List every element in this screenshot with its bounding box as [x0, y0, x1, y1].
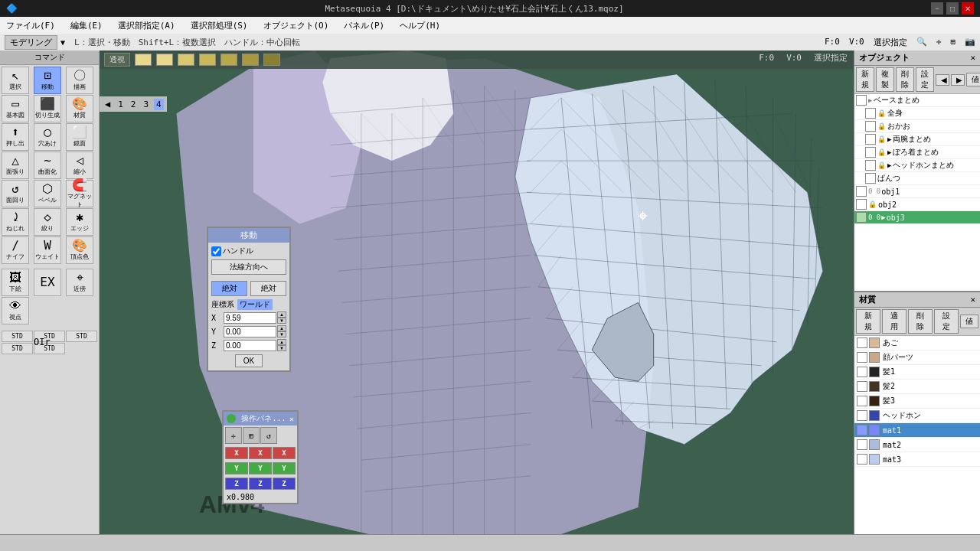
- mat-check-hair3[interactable]: [857, 396, 867, 406]
- tool-edge[interactable]: ✱ エッジ: [66, 208, 93, 236]
- tool-env-ex[interactable]: EX: [34, 269, 61, 296]
- obj-check-obj1[interactable]: [856, 186, 867, 197]
- obj-item-obj1[interactable]: 0 0 obj1: [854, 185, 980, 198]
- mat-check-mat3[interactable]: [857, 454, 867, 465]
- mat-item-face-parts[interactable]: 顔パーツ: [854, 350, 980, 365]
- tool-select[interactable]: ↖ 選択: [2, 67, 29, 94]
- obj-delete-button[interactable]: 削除: [896, 67, 914, 92]
- obj-check-boro[interactable]: [865, 147, 876, 158]
- tool-material[interactable]: 🎨 材質: [66, 95, 93, 122]
- color-swatch-6[interactable]: [242, 54, 259, 66]
- obj-item-face[interactable]: 🔒 おかお: [854, 120, 980, 133]
- op-z-blue3[interactable]: Z: [273, 478, 296, 490]
- tool-knife[interactable]: ∕ ナイフ: [2, 236, 29, 264]
- op-scale-icon[interactable]: ⊞: [243, 427, 260, 444]
- mat-item-hair2[interactable]: 髪2: [854, 380, 980, 394]
- tool-magnet[interactable]: 🧲 マグネット: [66, 180, 93, 207]
- color-swatch-3[interactable]: [178, 54, 194, 66]
- obj-next-button[interactable]: ▶: [951, 74, 965, 86]
- menu-object[interactable]: オブジェクト(O): [260, 18, 332, 33]
- obj-check-obj2[interactable]: [856, 199, 867, 210]
- op-y-green2[interactable]: Y: [249, 462, 272, 474]
- mat-new-button[interactable]: 新規: [856, 309, 880, 334]
- tool-extrude[interactable]: ⬆ 押し出: [2, 123, 29, 151]
- tool-primitive[interactable]: ▭ 基本図: [2, 95, 29, 122]
- vp-num-2[interactable]: 2: [129, 99, 139, 110]
- obj-item-headphone-group[interactable]: 🔒 ▶ ヘッドホンまとめ: [854, 159, 980, 172]
- mode-button[interactable]: モデリング: [5, 35, 57, 50]
- camera-icon[interactable]: 📷: [965, 37, 975, 48]
- viewport[interactable]: 透視 F:0 V:0 選択指定 ◀ 1 2 3 4 移動: [100, 51, 854, 534]
- color-swatch-7[interactable]: [263, 54, 280, 66]
- obj-item-obj2[interactable]: 🔒 obj2: [854, 198, 980, 211]
- z-down-button[interactable]: ▼: [277, 345, 286, 351]
- y-input[interactable]: [224, 326, 276, 337]
- tool-nearby[interactable]: ⌖ 近傍: [66, 269, 93, 296]
- mat-delete-button[interactable]: 削除: [908, 309, 933, 334]
- z-up-button[interactable]: ▲: [277, 339, 286, 345]
- obj-new-button[interactable]: 新規: [856, 67, 874, 92]
- obj-check-base[interactable]: [856, 95, 867, 106]
- tool-rotate[interactable]: ↺ 面回り: [2, 180, 29, 207]
- obj-value-button[interactable]: 値: [966, 73, 980, 86]
- mat-check-mat1[interactable]: [857, 425, 867, 435]
- tool-move[interactable]: ⊡ 移動: [34, 67, 61, 94]
- mat-check-mat2[interactable]: [857, 439, 867, 450]
- vp-num-4[interactable]: 4: [154, 99, 164, 110]
- tool-taper[interactable]: ◇ 絞り: [34, 208, 61, 236]
- obj-item-pants[interactable]: ぱんつ: [854, 172, 980, 185]
- obj-check-hp[interactable]: [865, 160, 876, 171]
- handle-checkbox[interactable]: [211, 246, 221, 256]
- op-move-icon[interactable]: ✛: [225, 427, 242, 444]
- y-up-button[interactable]: ▲: [277, 325, 286, 331]
- x-down-button[interactable]: ▼: [277, 318, 286, 324]
- tool-viewpoint[interactable]: 👁 視点: [2, 297, 29, 324]
- menu-select-process[interactable]: 選択部処理(S): [188, 18, 251, 33]
- obj-item-all-body[interactable]: 🔒 全身: [854, 107, 980, 120]
- mat-check-hair1[interactable]: [857, 367, 867, 377]
- std-btn-4[interactable]: STD: [2, 343, 33, 354]
- z-input[interactable]: [224, 340, 276, 351]
- close-button[interactable]: ✕: [962, 2, 974, 15]
- mat-item-ago[interactable]: あご: [854, 336, 980, 350]
- mat-item-mat2[interactable]: mat2: [854, 438, 980, 452]
- vp-num-1[interactable]: 1: [116, 99, 126, 110]
- tool-hole[interactable]: ◯ 穴あけ: [34, 123, 61, 151]
- mat-item-headphone-mat[interactable]: ヘッドホン: [854, 409, 980, 423]
- obj-check-arms[interactable]: [865, 134, 876, 145]
- mat-check-ago[interactable]: [857, 337, 867, 348]
- restore-button[interactable]: □: [946, 2, 959, 15]
- color-swatch-1[interactable]: [135, 54, 152, 66]
- y-down-button[interactable]: ▼: [277, 331, 286, 337]
- obj-model-button[interactable]: 複製: [876, 67, 894, 92]
- ok-button[interactable]: OK: [235, 354, 263, 367]
- obj-check-all[interactable]: [865, 108, 876, 119]
- mat-check-face[interactable]: [857, 352, 867, 363]
- tool-mirror[interactable]: ⬜ 鏡面: [66, 123, 93, 151]
- minimize-button[interactable]: －: [931, 2, 943, 15]
- absolute-button[interactable]: 絶対: [211, 281, 247, 296]
- tool-cut[interactable]: ⬛ 切り生成: [34, 95, 61, 122]
- menu-panel[interactable]: パネル(P): [341, 18, 387, 33]
- mat-settings-button[interactable]: 設定: [934, 309, 959, 334]
- obj-item-base-group[interactable]: ▶ ベースまとめ: [854, 94, 980, 107]
- menu-help[interactable]: ヘルプ(H): [397, 18, 443, 33]
- x-input[interactable]: [224, 312, 276, 324]
- mat-value-button[interactable]: 値: [960, 315, 978, 328]
- mat-item-mat1[interactable]: mat1: [854, 423, 980, 438]
- tool-scale[interactable]: ◁ 縮小: [66, 152, 93, 179]
- search-icon[interactable]: 🔍: [916, 37, 927, 48]
- relative-button[interactable]: 絶対: [250, 281, 286, 296]
- op-y-green[interactable]: Y: [225, 462, 248, 474]
- tool-bevel[interactable]: ⬡ ベベル: [34, 180, 61, 207]
- material-panel-close[interactable]: ✕: [970, 295, 975, 305]
- op-z-blue[interactable]: Z: [225, 478, 248, 490]
- op-rotate-icon[interactable]: ↺: [260, 427, 277, 444]
- op-x-red3[interactable]: X: [273, 447, 296, 459]
- menu-select-area[interactable]: 選択部指定(A): [115, 18, 178, 33]
- color-swatch-5[interactable]: [220, 54, 237, 66]
- mat-apply-button[interactable]: 適用: [882, 309, 906, 334]
- obj-settings-button[interactable]: 設定: [916, 67, 934, 92]
- tool-vertex-color[interactable]: 🎨 頂点色: [66, 236, 93, 264]
- op-x-red[interactable]: X: [225, 447, 248, 459]
